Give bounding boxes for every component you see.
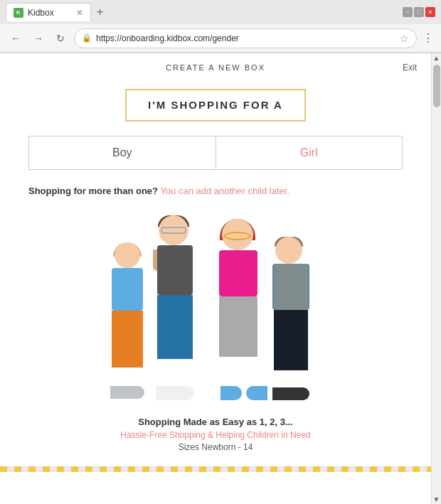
- kid1-head: [115, 242, 140, 268]
- more-info-text: Shopping for more than one? You can add …: [28, 186, 403, 196]
- kid2: [152, 215, 210, 400]
- gender-selector: Boy Girl: [28, 136, 403, 170]
- tab-label: Kidbox: [28, 8, 54, 18]
- scroll-up-button[interactable]: ▲: [432, 53, 442, 63]
- scroll-down-button[interactable]: ▼: [432, 495, 442, 504]
- scroll-thumb[interactable]: [433, 65, 440, 107]
- kid1-body: [112, 268, 143, 311]
- browser-chrome: K Kidbox ✕ + − □ ✕ ← → ↻ 🔒 https://onboa…: [0, 0, 441, 53]
- kid4: [268, 237, 322, 400]
- reload-button[interactable]: ↻: [53, 31, 68, 45]
- kid4-shoes: [272, 387, 309, 400]
- kid4-pants: [274, 310, 308, 370]
- kid2-body: [157, 245, 193, 295]
- girl-button[interactable]: Girl: [216, 136, 403, 169]
- kid3-glasses: [224, 232, 251, 240]
- footer-bold: Shopping Made as Easy as 1, 2, 3...: [28, 417, 403, 427]
- kid1-shoes: [110, 386, 144, 399]
- footer-sizes: Sizes Newborn - 14: [28, 442, 403, 452]
- browser-tab[interactable]: K Kidbox ✕: [6, 3, 91, 21]
- kid2-shoes: [156, 386, 194, 400]
- browser-menu-icon[interactable]: ⋮: [423, 31, 434, 45]
- lock-icon: 🔒: [82, 33, 92, 43]
- bookmark-icon[interactable]: ☆: [400, 33, 409, 44]
- shopping-for-text: I'M SHOPPING FOR A: [148, 99, 283, 111]
- maximize-button[interactable]: □: [414, 7, 424, 17]
- more-info-suffix: You can add another child later.: [158, 186, 289, 196]
- footer-text: Shopping Made as Easy as 1, 2, 3... Hass…: [28, 417, 403, 452]
- exit-button[interactable]: Exit: [403, 63, 417, 73]
- page-content: CREATE A NEW BOX Exit I'M SHOPPING FOR A…: [0, 53, 431, 504]
- shopping-for-box: I'M SHOPPING FOR A: [125, 89, 306, 122]
- address-text: https://onboarding.kidbox.com/gender: [96, 33, 393, 43]
- kid4-head: [275, 237, 302, 264]
- minimize-button[interactable]: −: [403, 7, 413, 17]
- kid1-pants: [112, 311, 143, 368]
- kid2-pants: [157, 295, 193, 359]
- kid3-pants: [219, 296, 257, 357]
- new-tab-button[interactable]: +: [97, 6, 103, 18]
- scrollbar: ▲ ▼: [431, 53, 441, 504]
- main-content: I'M SHOPPING FOR A Boy Girl Shopping for…: [0, 82, 431, 466]
- tab-favicon: K: [14, 8, 23, 18]
- kid2-glasses: [161, 227, 186, 234]
- footer-link[interactable]: Hassle-Free Shopping & Helping Children …: [28, 430, 403, 440]
- kid3-body: [219, 250, 257, 296]
- kid3: [212, 219, 276, 400]
- kid3-shoes-left: [220, 386, 242, 400]
- bottom-stripe: [0, 466, 431, 472]
- scroll-track: [432, 63, 441, 495]
- more-info-bold: Shopping for more than one?: [28, 186, 158, 196]
- back-button[interactable]: ←: [7, 31, 24, 45]
- site-header: CREATE A NEW BOX Exit: [0, 53, 431, 82]
- kids-illustration: [95, 207, 336, 406]
- window-controls: − □ ✕: [403, 7, 435, 17]
- close-button[interactable]: ✕: [425, 7, 435, 17]
- kid4-body: [274, 264, 308, 310]
- forward-button[interactable]: →: [30, 31, 47, 45]
- page-title: CREATE A NEW BOX: [166, 63, 265, 72]
- page-wrapper: CREATE A NEW BOX Exit I'M SHOPPING FOR A…: [0, 53, 441, 504]
- address-bar[interactable]: 🔒 https://onboarding.kidbox.com/gender ☆: [74, 28, 417, 48]
- tab-close-button[interactable]: ✕: [76, 8, 83, 18]
- navigation-bar: ← → ↻ 🔒 https://onboarding.kidbox.com/ge…: [0, 24, 441, 53]
- boy-button[interactable]: Boy: [29, 136, 216, 169]
- kid3-shoes-right: [246, 386, 267, 400]
- title-bar: K Kidbox ✕ + − □ ✕: [0, 0, 441, 24]
